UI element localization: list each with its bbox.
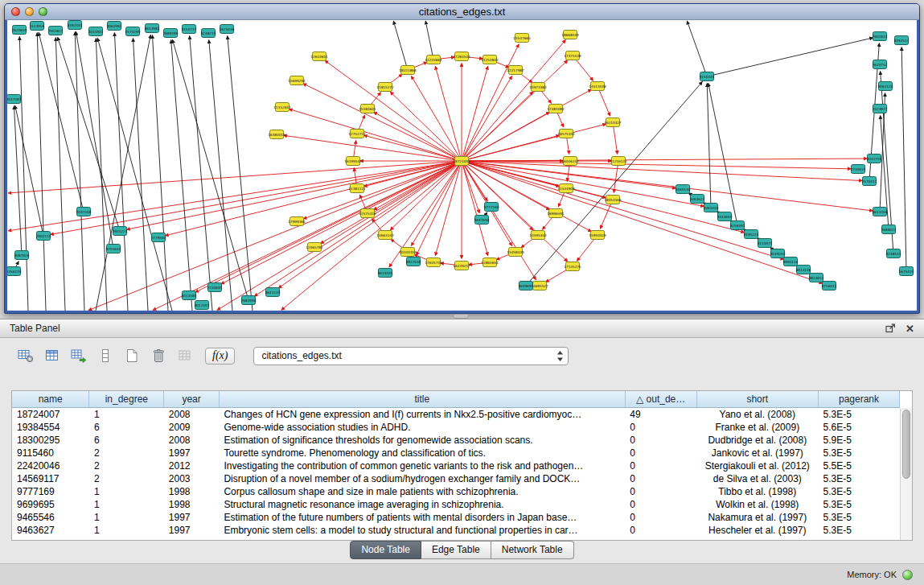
graph-node[interactable]: 16110327 [604,118,622,127]
graph-node[interactable]: 18221868 [399,66,417,75]
graph-node[interactable]: 12065781 [306,243,323,252]
table-row[interactable]: 911546021997Tourette syndrome. Phenomeno… [12,447,900,459]
close-panel-icon[interactable]: ✕ [906,323,914,334]
column-header-short[interactable]: short [696,391,818,407]
graph-node[interactable]: 8392517 [894,36,910,45]
graph-node[interactable]: 15699294 [288,76,306,85]
graph-node[interactable]: 9777169 [484,203,499,212]
graph-node[interactable]: 11815272 [376,83,394,92]
graph-node[interactable]: 11152657 [273,103,291,112]
graph-node[interactable]: 17635734 [425,258,442,267]
column-header-pagerank[interactable]: pagerank [819,391,900,407]
graph-node[interactable]: 9699695 [519,282,534,290]
tab-network-table[interactable]: Network Table [491,541,574,559]
float-panel-icon[interactable] [885,323,896,333]
graph-node[interactable]: 12752712 [348,130,366,138]
graph-node[interactable]: 14695527 [531,282,548,290]
graph-node[interactable]: 8413585 [182,291,197,300]
graph-node[interactable]: 3041901 [88,27,104,36]
table-scrollbar[interactable] [900,408,912,540]
graph-node[interactable]: 10973483 [529,83,547,92]
graph-node[interactable]: 9150737 [182,25,197,34]
graph-node[interactable]: 14595443 [529,231,547,240]
graph-node[interactable]: 9150345 [700,72,715,81]
graph-node[interactable]: 2902115 [36,232,51,241]
graph-node[interactable]: 11544909 [557,184,575,193]
graph-node[interactable]: 12217987 [507,66,524,75]
graph-node[interactable]: 9697696 [474,216,490,225]
graph-node[interactable]: 15950029 [589,231,606,240]
graph-node[interactable]: 11216124 [610,157,627,166]
new-column-button[interactable] [122,348,142,364]
graph-node[interactable]: 1675036 [220,25,235,34]
table-row[interactable]: 2242004622012Investigating the contribut… [12,459,900,472]
graph-node[interactable]: 9063983 [107,22,122,31]
graph-node[interactable]: 8755644 [106,245,121,253]
tab-node-table[interactable]: Node Table [350,541,421,559]
column-header-name[interactable]: name [12,391,89,407]
graph-node[interactable]: 2730691 [207,283,223,292]
graph-node[interactable]: 9012407 [195,301,210,310]
table-row[interactable]: 1872400712008Changes of HCN gene express… [12,407,900,421]
graph-node[interactable]: 9195224 [744,230,759,239]
graph-node[interactable]: 2620712 [873,60,888,69]
table-row[interactable]: 946362711997Embryonic stem cells: a mode… [12,524,900,537]
graph-node[interactable]: 9197268 [76,208,92,216]
graph-node[interactable]: 2620659 [12,26,27,35]
graph-node[interactable]: 15458439 [507,248,524,257]
graph-node[interactable]: 9110971 [758,239,773,248]
graph-node[interactable]: 16380019 [268,130,285,139]
column-header-in_degree[interactable]: in_degree [89,391,164,407]
graph-node[interactable]: 12575416 [359,209,376,218]
graph-node[interactable]: 7689022 [881,225,897,234]
graph-node[interactable]: 3041755 [867,154,882,163]
graph-node[interactable]: 16046247 [561,157,579,166]
graph-node[interactable]: 9634505 [378,269,393,278]
column-header-out_degree[interactable]: △ out_de… [625,391,696,407]
graph-node[interactable]: 8613982 [145,24,160,33]
graph-node[interactable]: 17284544 [453,52,470,61]
graph-node[interactable]: 8990116 [783,257,799,266]
table-row[interactable]: 1938455462009Genome-wide association stu… [12,421,900,434]
graph-node[interactable]: 16239217 [453,262,470,270]
graph-node[interactable]: 8392343 [68,21,83,30]
graph-node[interactable]: 2730915 [851,165,866,174]
graph-node[interactable]: 18575105 [557,130,575,138]
fx-button[interactable]: f(x) [205,348,235,365]
graph-node[interactable]: 1675420 [899,267,914,276]
graph-node[interactable]: 8613305 [873,208,888,216]
graph-node[interactable]: 9063120 [878,82,893,91]
graph-node[interactable]: 8248219 [201,29,216,38]
graph-node[interactable]: 7689389 [163,29,179,38]
graph-node[interactable]: 18054566 [604,196,622,204]
graph-node[interactable]: 12865654 [481,258,499,267]
graph-node[interactable]: 18668039 [561,31,579,39]
graph-node[interactable]: 15537663 [513,34,531,43]
network-canvas[interactable]: 1872400717284544112548431221798710973483… [7,20,917,311]
graph-node[interactable]: 8914106 [796,266,811,274]
graph-node[interactable]: 9256391 [730,221,745,230]
graph-node[interactable]: 15184601 [359,105,376,113]
graph-node[interactable]: 9361030 [704,204,719,212]
graph-node[interactable]: 14663143 [376,231,394,240]
graph-node[interactable]: 11381111 [348,184,366,193]
graph-node[interactable]: 2779560 [151,233,166,242]
graph-node[interactable]: 1356370 [7,267,22,276]
table-row[interactable]: 1830029562008Estimation of significance … [12,434,900,447]
graph-node[interactable]: 8641220 [265,288,281,297]
minimize-button[interactable] [25,7,34,16]
graph-node[interactable]: 14513038 [589,82,606,91]
column-header-year[interactable]: year [164,391,220,407]
graph-node[interactable]: 16199547 [344,157,362,166]
table-row[interactable]: 1456911722003Disruption of a novel membe… [12,472,900,485]
zoom-button[interactable] [39,7,47,16]
graph-node[interactable]: 8824812 [809,274,824,282]
graph-node[interactable]: 9344659 [717,212,733,221]
table-row[interactable]: 946554611997Estimation of the future num… [12,511,900,524]
import-table-button[interactable] [69,348,88,364]
graph-node[interactable]: 17475538 [564,51,581,60]
graph-node[interactable]: 9087826 [14,251,30,260]
graph-node[interactable]: 12610651 [310,52,328,61]
graph-node[interactable]: 7901827 [48,27,64,35]
graph-node[interactable]: 8248533 [886,249,901,258]
